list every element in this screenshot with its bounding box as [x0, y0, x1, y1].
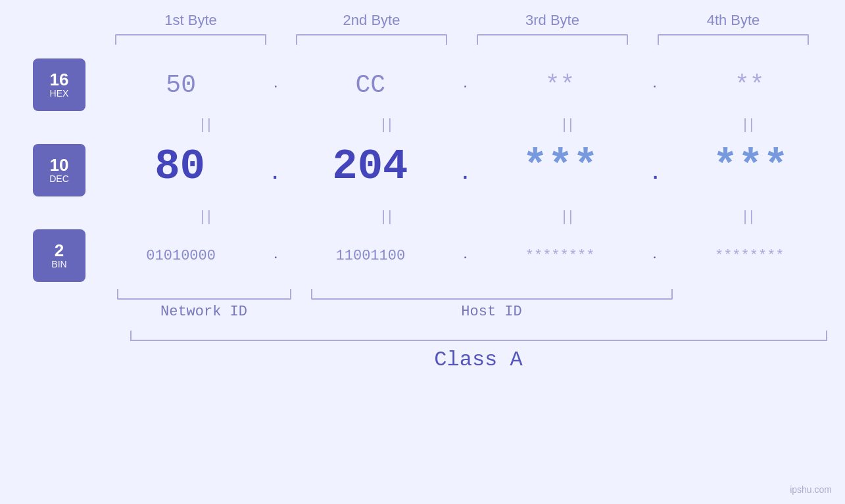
dec-cell-3: ***	[485, 143, 636, 191]
eq-3: ||	[493, 116, 644, 133]
dec-cell-4: ***	[675, 143, 826, 191]
bin-val-2: 11001100	[336, 248, 406, 264]
dec-cell-1: 80	[105, 143, 256, 191]
hex-cell-3: **	[485, 71, 636, 99]
bin-val-4: ********	[715, 248, 785, 264]
hex-cell-2: CC	[295, 71, 446, 99]
eq-7: ||	[493, 208, 644, 225]
byte-header-3: 3rd Byte	[477, 12, 628, 29]
network-id-label: Network ID	[117, 304, 291, 320]
bin-cell-2: 11001100	[295, 248, 446, 264]
bracket-4	[658, 34, 809, 45]
dec-val-3: ***	[523, 143, 598, 191]
dec-val-2: 204	[332, 143, 408, 191]
host-bracket	[311, 289, 673, 300]
main-container: 1st Byte 2nd Byte 3rd Byte 4th Byte 16 H…	[0, 0, 845, 504]
bin-row: 2 BIN 01010000 . 11001100 . ******** . *…	[0, 226, 845, 285]
byte-header-2: 2nd Byte	[296, 12, 447, 29]
hex-val-1: 50	[166, 71, 196, 99]
bin-badge-number: 2	[55, 242, 64, 259]
bin-cell-1: 01010000	[105, 248, 256, 264]
dec-badge: 10 DEC	[33, 144, 85, 196]
bin-cell-4: ********	[674, 248, 825, 264]
hex-val-4: **	[735, 71, 765, 99]
bin-dot-2: .	[462, 250, 469, 262]
dec-badge-label: DEC	[49, 173, 69, 185]
hex-values: 50 . CC . ** . **	[85, 71, 845, 99]
hex-val-2: CC	[356, 71, 386, 99]
dec-cell-2: 204	[295, 143, 446, 191]
bin-badge: 2 BIN	[33, 229, 85, 282]
hex-badge-label: HEX	[50, 88, 69, 99]
hex-cell-1: 50	[105, 71, 256, 99]
hex-row: 16 HEX 50 . CC . ** . **	[0, 55, 845, 114]
dec-values: 80 . 204 . *** . ***	[85, 143, 845, 197]
bin-cell-3: ********	[485, 248, 636, 264]
dec-val-4: ***	[713, 143, 788, 191]
watermark: ipshu.com	[790, 484, 832, 495]
eq-6: ||	[312, 208, 464, 225]
host-id-label: Host ID	[311, 304, 673, 320]
eq-8: ||	[674, 208, 825, 225]
dec-dot-3: .	[650, 164, 661, 191]
dec-dot-1: .	[270, 164, 281, 191]
dec-badge-number: 10	[50, 156, 69, 173]
hex-val-3: **	[545, 71, 575, 99]
bin-badge-label: BIN	[51, 259, 66, 270]
bin-values: 01010000 . 11001100 . ******** . *******…	[85, 248, 845, 264]
hex-dot-3: .	[652, 79, 658, 91]
dec-row: 10 DEC 80 . 204 . *** . ***	[0, 134, 845, 206]
class-label: Class A	[130, 348, 827, 372]
eq-2: ||	[312, 116, 464, 133]
full-bracket	[130, 331, 827, 341]
bracket-2	[296, 34, 447, 45]
byte-header-1: 1st Byte	[115, 12, 266, 29]
bin-val-3: ********	[525, 248, 595, 264]
hex-cell-4: **	[674, 71, 825, 99]
dec-val-1: 80	[155, 143, 205, 191]
hex-dot-1: .	[272, 79, 279, 91]
hex-dot-2: .	[462, 79, 469, 91]
eq-1: ||	[132, 116, 283, 133]
bottom-brackets	[117, 289, 840, 300]
bin-val-1: 01010000	[146, 248, 216, 264]
bracket-1	[115, 34, 266, 45]
equals-row-2: || || || ||	[117, 206, 840, 226]
id-labels: Network ID Host ID	[117, 304, 840, 320]
hex-badge: 16 HEX	[33, 58, 85, 111]
bin-dot-1: .	[272, 250, 279, 262]
bin-dot-3: .	[652, 250, 658, 262]
byte-header-4: 4th Byte	[658, 12, 809, 29]
dec-dot-2: .	[460, 164, 471, 191]
network-bracket	[117, 289, 291, 300]
byte-headers-row: 1st Byte 2nd Byte 3rd Byte 4th Byte	[101, 12, 824, 29]
equals-row-1: || || || ||	[117, 114, 840, 134]
bracket-3	[477, 34, 628, 45]
eq-5: ||	[132, 208, 283, 225]
eq-4: ||	[674, 116, 825, 133]
top-brackets	[101, 34, 824, 45]
hex-badge-number: 16	[50, 71, 69, 88]
